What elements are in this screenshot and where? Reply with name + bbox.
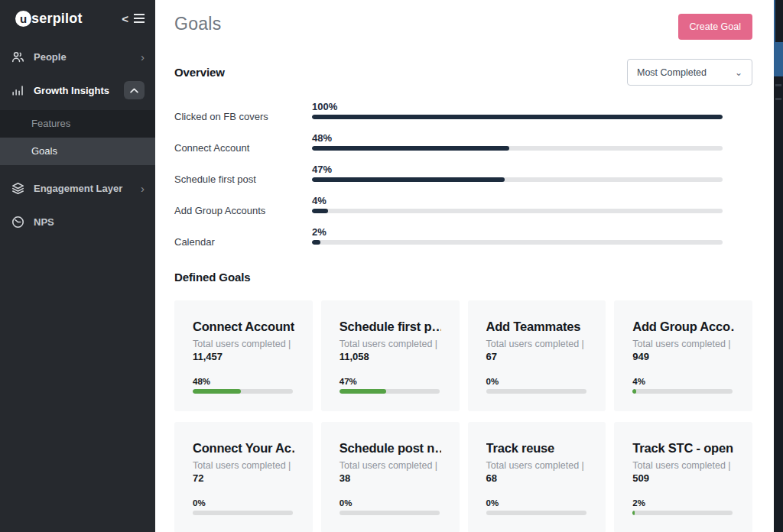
- goal-card-title: Schedule first p…: [340, 320, 441, 334]
- gauge-icon: [9, 215, 26, 229]
- menu-icon[interactable]: [134, 14, 145, 23]
- scrollbar-tick: [775, 98, 781, 100]
- goal-card-count: 68: [486, 472, 588, 484]
- sidebar-item-label: Growth Insights: [34, 85, 109, 96]
- sidebar-item-label: People: [34, 51, 67, 63]
- overview-bar-chart: Clicked on FB covers 100% Connect Accoun…: [174, 101, 752, 248]
- goal-card-title: Add Group Acco…: [632, 320, 734, 334]
- scrollbar-top-indicator: [774, 0, 775, 42]
- progress-track: [193, 389, 293, 394]
- progress-track: [486, 511, 586, 515]
- sidebar-item-people[interactable]: People ›: [0, 43, 155, 70]
- overview-heading: Overview: [174, 66, 225, 79]
- defined-goals-heading: Defined Goals: [174, 271, 752, 284]
- goal-card-meta: Total users completed |: [632, 339, 734, 349]
- chart-row-percent: 100%: [312, 101, 723, 112]
- progress-fill: [193, 389, 241, 394]
- progress-track: [632, 511, 733, 515]
- scrollbar-tick: [775, 84, 781, 86]
- growth-insights-submenu: Features Goals: [0, 110, 155, 165]
- app-window: userpilot < People › Growth Insi: [0, 0, 783, 532]
- chart-row: Add Group Accounts 4%: [174, 195, 752, 216]
- chart-row: Schedule first post 47%: [174, 164, 752, 185]
- goal-card-percent: 0%: [486, 377, 588, 386]
- goal-card[interactable]: Add Teammates Total users completed | 67…: [468, 300, 606, 411]
- chart-row-percent: 2%: [312, 226, 723, 238]
- progress-track: [632, 389, 733, 394]
- sidebar-collapse-icon[interactable]: <: [122, 12, 128, 25]
- goal-card-percent: 2%: [632, 498, 734, 508]
- bar-track: [312, 115, 723, 119]
- bar-chart-icon: [9, 83, 26, 98]
- bar-fill: [312, 177, 505, 182]
- main-content: Goals Create Goal Overview Most Complete…: [155, 0, 774, 532]
- chart-row-label: Add Group Accounts: [174, 195, 312, 216]
- goal-card[interactable]: Connect Your Ac… Total users completed |…: [174, 422, 313, 532]
- bar-track: [312, 177, 723, 182]
- goal-card-title: Connect Account: [193, 320, 294, 334]
- goal-card[interactable]: Schedule first p… Total users completed …: [321, 300, 460, 411]
- goal-card-count: 72: [193, 472, 294, 484]
- bar-track: [312, 240, 723, 245]
- sidebar-item-growth-insights[interactable]: Growth Insights: [0, 76, 155, 104]
- sidebar-item-features[interactable]: Features: [0, 110, 155, 138]
- bar-fill: [312, 115, 723, 119]
- goal-card[interactable]: Schedule post n… Total users completed |…: [321, 422, 460, 532]
- goal-card[interactable]: Connect Account Total users completed | …: [174, 300, 313, 411]
- scrollbar-thumb[interactable]: [774, 42, 783, 76]
- goal-card-meta: Total users completed |: [193, 460, 294, 471]
- goal-card-percent: 0%: [193, 498, 294, 508]
- logo: userpilot <: [0, 0, 155, 37]
- goal-card-percent: 48%: [193, 377, 294, 386]
- progress-track: [340, 511, 440, 515]
- sort-dropdown[interactable]: Most Completed ⌄: [627, 59, 752, 86]
- goal-card-percent: 0%: [486, 498, 588, 508]
- collapse-section-button[interactable]: [124, 81, 145, 99]
- goal-card-meta: Total users completed |: [486, 460, 588, 471]
- overview-section-header: Overview Most Completed ⌄: [174, 59, 752, 86]
- layers-icon: [9, 181, 26, 196]
- bar-fill: [312, 209, 328, 213]
- goal-card-percent: 4%: [632, 377, 734, 386]
- sidebar-item-nps[interactable]: NPS: [0, 208, 155, 235]
- sidebar-item-goals[interactable]: Goals: [0, 138, 155, 165]
- logo-badge-icon: u: [15, 11, 31, 27]
- goal-card[interactable]: Track reuse Total users completed | 68 0…: [468, 422, 606, 532]
- chart-row-percent: 47%: [312, 164, 723, 175]
- progress-fill: [632, 511, 635, 515]
- chart-row: Calendar 2%: [174, 226, 752, 248]
- chart-row-percent: 4%: [312, 195, 723, 206]
- goal-card-meta: Total users completed |: [340, 339, 441, 349]
- right-scrollbar[interactable]: [774, 0, 783, 532]
- chevron-down-icon: ⌄: [735, 68, 742, 77]
- goal-card-count: 67: [486, 351, 588, 362]
- goal-card[interactable]: Track STC - open Total users completed |…: [614, 422, 752, 532]
- goal-card-title: Add Teammates: [486, 320, 588, 334]
- bar-track: [312, 209, 723, 213]
- goal-card-percent: 47%: [340, 377, 441, 386]
- goal-card-title: Track STC - open: [632, 441, 734, 456]
- sort-dropdown-value: Most Completed: [637, 67, 707, 78]
- chevron-up-icon: [130, 88, 138, 93]
- goal-card-title: Track reuse: [486, 441, 588, 456]
- defined-goals-grid: Connect Account Total users completed | …: [174, 300, 752, 532]
- goal-card-count: 949: [632, 351, 734, 362]
- goal-card-meta: Total users completed |: [193, 339, 294, 349]
- people-icon: [9, 50, 26, 64]
- chart-row-percent: 48%: [312, 132, 723, 144]
- goal-card-meta: Total users completed |: [486, 339, 588, 349]
- goal-card-count: 11,457: [193, 351, 294, 362]
- bar-fill: [312, 146, 509, 151]
- progress-fill: [632, 389, 636, 394]
- chevron-right-icon: ›: [141, 50, 145, 63]
- bar-fill: [312, 240, 320, 245]
- create-goal-button[interactable]: Create Goal: [678, 14, 752, 40]
- logo-text: serpilot: [31, 11, 83, 27]
- goal-card[interactable]: Add Group Acco… Total users completed | …: [614, 300, 752, 411]
- sidebar-item-engagement-layer[interactable]: Engagement Layer ›: [0, 174, 155, 202]
- progress-track: [193, 511, 293, 515]
- chart-row-label: Calendar: [174, 226, 312, 248]
- page-title: Goals: [174, 14, 222, 34]
- goal-card-meta: Total users completed |: [632, 460, 734, 471]
- page-header: Goals Create Goal: [174, 0, 752, 40]
